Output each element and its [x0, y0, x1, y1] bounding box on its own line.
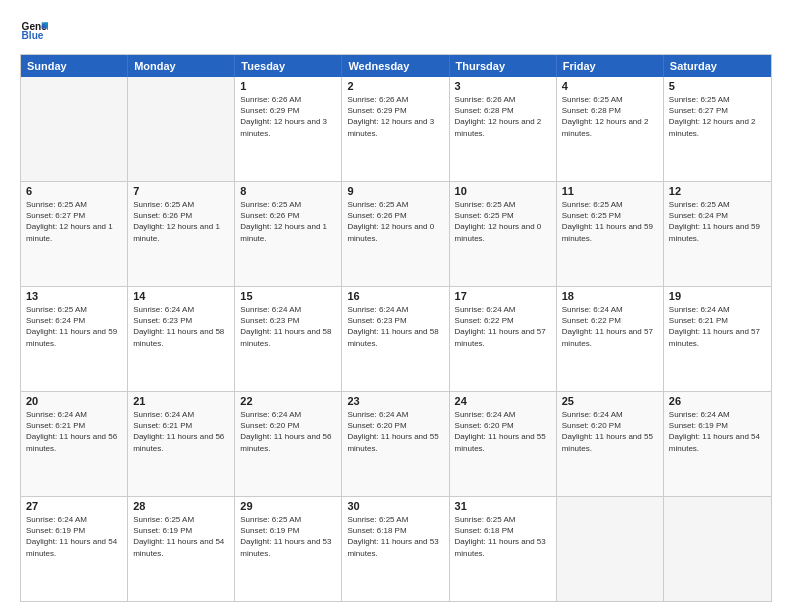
day-info: Sunrise: 6:25 AM Sunset: 6:24 PM Dayligh… — [669, 199, 766, 244]
logo: General Blue — [20, 16, 32, 44]
day-number: 3 — [455, 80, 551, 92]
day-cell-14: 14Sunrise: 6:24 AM Sunset: 6:23 PM Dayli… — [128, 287, 235, 391]
day-cell-19: 19Sunrise: 6:24 AM Sunset: 6:21 PM Dayli… — [664, 287, 771, 391]
logo-icon: General Blue — [20, 16, 48, 44]
calendar-row-5: 27Sunrise: 6:24 AM Sunset: 6:19 PM Dayli… — [21, 496, 771, 601]
day-cell-2: 2Sunrise: 6:26 AM Sunset: 6:29 PM Daylig… — [342, 77, 449, 181]
day-info: Sunrise: 6:25 AM Sunset: 6:26 PM Dayligh… — [240, 199, 336, 244]
day-info: Sunrise: 6:25 AM Sunset: 6:26 PM Dayligh… — [133, 199, 229, 244]
calendar-row-1: 1Sunrise: 6:26 AM Sunset: 6:29 PM Daylig… — [21, 77, 771, 181]
day-info: Sunrise: 6:24 AM Sunset: 6:21 PM Dayligh… — [133, 409, 229, 454]
calendar-row-2: 6Sunrise: 6:25 AM Sunset: 6:27 PM Daylig… — [21, 181, 771, 286]
empty-cell — [128, 77, 235, 181]
day-info: Sunrise: 6:25 AM Sunset: 6:18 PM Dayligh… — [455, 514, 551, 559]
calendar: SundayMondayTuesdayWednesdayThursdayFrid… — [20, 54, 772, 602]
svg-text:Blue: Blue — [22, 30, 44, 41]
day-number: 28 — [133, 500, 229, 512]
day-cell-6: 6Sunrise: 6:25 AM Sunset: 6:27 PM Daylig… — [21, 182, 128, 286]
day-info: Sunrise: 6:24 AM Sunset: 6:22 PM Dayligh… — [455, 304, 551, 349]
day-info: Sunrise: 6:25 AM Sunset: 6:26 PM Dayligh… — [347, 199, 443, 244]
calendar-body: 1Sunrise: 6:26 AM Sunset: 6:29 PM Daylig… — [21, 77, 771, 601]
day-cell-12: 12Sunrise: 6:25 AM Sunset: 6:24 PM Dayli… — [664, 182, 771, 286]
day-info: Sunrise: 6:25 AM Sunset: 6:24 PM Dayligh… — [26, 304, 122, 349]
day-cell-15: 15Sunrise: 6:24 AM Sunset: 6:23 PM Dayli… — [235, 287, 342, 391]
day-number: 20 — [26, 395, 122, 407]
day-number: 8 — [240, 185, 336, 197]
day-number: 25 — [562, 395, 658, 407]
day-cell-8: 8Sunrise: 6:25 AM Sunset: 6:26 PM Daylig… — [235, 182, 342, 286]
weekday-header-friday: Friday — [557, 55, 664, 77]
calendar-header: SundayMondayTuesdayWednesdayThursdayFrid… — [21, 55, 771, 77]
day-cell-16: 16Sunrise: 6:24 AM Sunset: 6:23 PM Dayli… — [342, 287, 449, 391]
day-cell-11: 11Sunrise: 6:25 AM Sunset: 6:25 PM Dayli… — [557, 182, 664, 286]
day-number: 18 — [562, 290, 658, 302]
day-number: 12 — [669, 185, 766, 197]
day-info: Sunrise: 6:24 AM Sunset: 6:20 PM Dayligh… — [455, 409, 551, 454]
day-number: 2 — [347, 80, 443, 92]
day-cell-25: 25Sunrise: 6:24 AM Sunset: 6:20 PM Dayli… — [557, 392, 664, 496]
day-number: 31 — [455, 500, 551, 512]
day-number: 1 — [240, 80, 336, 92]
calendar-row-3: 13Sunrise: 6:25 AM Sunset: 6:24 PM Dayli… — [21, 286, 771, 391]
day-info: Sunrise: 6:25 AM Sunset: 6:27 PM Dayligh… — [669, 94, 766, 139]
empty-cell — [21, 77, 128, 181]
day-cell-20: 20Sunrise: 6:24 AM Sunset: 6:21 PM Dayli… — [21, 392, 128, 496]
day-cell-18: 18Sunrise: 6:24 AM Sunset: 6:22 PM Dayli… — [557, 287, 664, 391]
weekday-header-sunday: Sunday — [21, 55, 128, 77]
day-info: Sunrise: 6:25 AM Sunset: 6:27 PM Dayligh… — [26, 199, 122, 244]
day-info: Sunrise: 6:24 AM Sunset: 6:23 PM Dayligh… — [347, 304, 443, 349]
empty-cell — [664, 497, 771, 601]
day-cell-26: 26Sunrise: 6:24 AM Sunset: 6:19 PM Dayli… — [664, 392, 771, 496]
day-info: Sunrise: 6:24 AM Sunset: 6:22 PM Dayligh… — [562, 304, 658, 349]
day-number: 7 — [133, 185, 229, 197]
day-info: Sunrise: 6:24 AM Sunset: 6:20 PM Dayligh… — [562, 409, 658, 454]
day-number: 19 — [669, 290, 766, 302]
day-cell-23: 23Sunrise: 6:24 AM Sunset: 6:20 PM Dayli… — [342, 392, 449, 496]
day-cell-28: 28Sunrise: 6:25 AM Sunset: 6:19 PM Dayli… — [128, 497, 235, 601]
day-info: Sunrise: 6:24 AM Sunset: 6:19 PM Dayligh… — [26, 514, 122, 559]
day-info: Sunrise: 6:24 AM Sunset: 6:23 PM Dayligh… — [133, 304, 229, 349]
day-info: Sunrise: 6:24 AM Sunset: 6:20 PM Dayligh… — [240, 409, 336, 454]
day-cell-3: 3Sunrise: 6:26 AM Sunset: 6:28 PM Daylig… — [450, 77, 557, 181]
day-cell-4: 4Sunrise: 6:25 AM Sunset: 6:28 PM Daylig… — [557, 77, 664, 181]
weekday-header-thursday: Thursday — [450, 55, 557, 77]
day-number: 15 — [240, 290, 336, 302]
day-number: 6 — [26, 185, 122, 197]
empty-cell — [557, 497, 664, 601]
day-info: Sunrise: 6:25 AM Sunset: 6:18 PM Dayligh… — [347, 514, 443, 559]
day-info: Sunrise: 6:24 AM Sunset: 6:21 PM Dayligh… — [669, 304, 766, 349]
day-cell-21: 21Sunrise: 6:24 AM Sunset: 6:21 PM Dayli… — [128, 392, 235, 496]
page-header: General Blue — [20, 16, 772, 44]
calendar-row-4: 20Sunrise: 6:24 AM Sunset: 6:21 PM Dayli… — [21, 391, 771, 496]
day-number: 30 — [347, 500, 443, 512]
day-number: 29 — [240, 500, 336, 512]
day-number: 22 — [240, 395, 336, 407]
day-info: Sunrise: 6:26 AM Sunset: 6:29 PM Dayligh… — [347, 94, 443, 139]
day-info: Sunrise: 6:24 AM Sunset: 6:20 PM Dayligh… — [347, 409, 443, 454]
day-cell-7: 7Sunrise: 6:25 AM Sunset: 6:26 PM Daylig… — [128, 182, 235, 286]
day-number: 16 — [347, 290, 443, 302]
day-cell-17: 17Sunrise: 6:24 AM Sunset: 6:22 PM Dayli… — [450, 287, 557, 391]
day-cell-29: 29Sunrise: 6:25 AM Sunset: 6:19 PM Dayli… — [235, 497, 342, 601]
day-cell-27: 27Sunrise: 6:24 AM Sunset: 6:19 PM Dayli… — [21, 497, 128, 601]
day-number: 4 — [562, 80, 658, 92]
day-info: Sunrise: 6:25 AM Sunset: 6:19 PM Dayligh… — [133, 514, 229, 559]
day-cell-13: 13Sunrise: 6:25 AM Sunset: 6:24 PM Dayli… — [21, 287, 128, 391]
weekday-header-saturday: Saturday — [664, 55, 771, 77]
day-info: Sunrise: 6:25 AM Sunset: 6:25 PM Dayligh… — [455, 199, 551, 244]
day-number: 5 — [669, 80, 766, 92]
day-number: 23 — [347, 395, 443, 407]
day-cell-1: 1Sunrise: 6:26 AM Sunset: 6:29 PM Daylig… — [235, 77, 342, 181]
day-number: 27 — [26, 500, 122, 512]
day-number: 14 — [133, 290, 229, 302]
day-cell-22: 22Sunrise: 6:24 AM Sunset: 6:20 PM Dayli… — [235, 392, 342, 496]
day-number: 17 — [455, 290, 551, 302]
weekday-header-wednesday: Wednesday — [342, 55, 449, 77]
day-info: Sunrise: 6:24 AM Sunset: 6:21 PM Dayligh… — [26, 409, 122, 454]
day-info: Sunrise: 6:26 AM Sunset: 6:28 PM Dayligh… — [455, 94, 551, 139]
day-info: Sunrise: 6:26 AM Sunset: 6:29 PM Dayligh… — [240, 94, 336, 139]
day-info: Sunrise: 6:24 AM Sunset: 6:23 PM Dayligh… — [240, 304, 336, 349]
day-number: 10 — [455, 185, 551, 197]
day-info: Sunrise: 6:25 AM Sunset: 6:28 PM Dayligh… — [562, 94, 658, 139]
day-info: Sunrise: 6:25 AM Sunset: 6:25 PM Dayligh… — [562, 199, 658, 244]
